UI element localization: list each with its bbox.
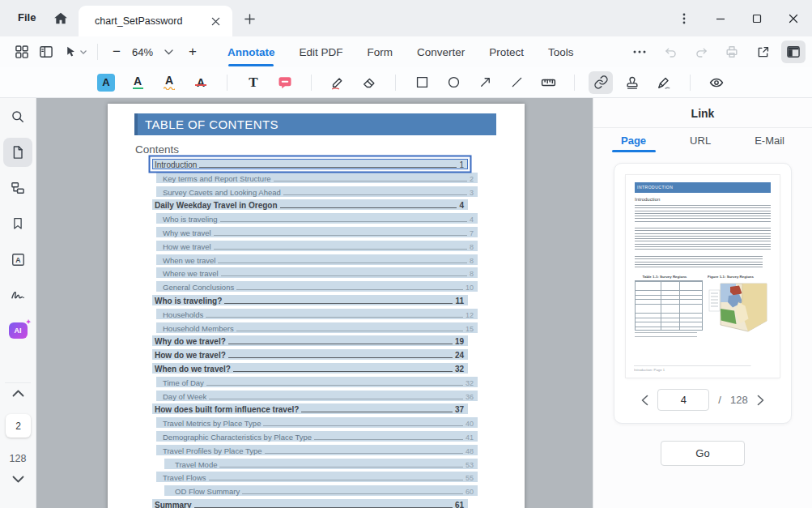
tab-protect[interactable]: Protect: [489, 36, 524, 67]
sidebar-item-bookmarks[interactable]: [3, 209, 32, 238]
tab-close-button[interactable]: [206, 12, 224, 30]
link-tool[interactable]: [589, 71, 613, 94]
toc-entry[interactable]: Travel Metrics by Place Type40: [156, 417, 478, 428]
link-tab-page[interactable]: Page: [621, 134, 646, 152]
toc-entry[interactable]: Key terms and Report Structure2: [156, 173, 478, 183]
signature-tool[interactable]: [652, 71, 676, 94]
textbox-tool[interactable]: T: [241, 71, 266, 94]
toc-entry[interactable]: How does built form influence travel?37: [152, 403, 468, 414]
bookmark-icon: [11, 216, 25, 231]
more-menu-button[interactable]: [672, 6, 696, 31]
toc-entry[interactable]: Daily Weekday Travel in Oregon4: [152, 199, 468, 210]
tab-converter[interactable]: Converter: [417, 36, 465, 67]
toc-entry[interactable]: Why do we travel?19: [152, 335, 468, 346]
zoom-in-button[interactable]: +: [181, 41, 205, 63]
target-page-input[interactable]: [657, 389, 709, 411]
arrow-tool[interactable]: [473, 71, 497, 94]
sidebar-item-search[interactable]: [3, 102, 32, 131]
rectangle-tool[interactable]: [410, 71, 434, 94]
add-tab-button[interactable]: [240, 9, 259, 28]
sidebar-item-signatures[interactable]: [3, 280, 32, 309]
toc-entry[interactable]: When we travel8: [156, 254, 478, 265]
toc-entry[interactable]: General Conclusions10: [156, 281, 478, 292]
toc-entry[interactable]: Day of Week36: [156, 391, 478, 401]
zoom-out-button[interactable]: −: [104, 41, 129, 63]
file-menu[interactable]: File: [13, 10, 40, 25]
toc-entry[interactable]: Travel Mode53: [164, 459, 478, 469]
sidebar-item-pages[interactable]: [3, 138, 32, 167]
toc-entry[interactable]: Time of Day32: [156, 377, 478, 387]
document-tab[interactable]: chart_SetPassword: [79, 6, 232, 36]
ellipse-tool[interactable]: [441, 71, 466, 94]
toc-entry[interactable]: Summary61: [152, 499, 468, 508]
pdf-page: TABLE OF CONTENTS Contents Introduction1…: [108, 104, 525, 508]
prev-page-icon[interactable]: [641, 395, 648, 406]
toc-entry[interactable]: Travel Profiles by Place Type48: [156, 445, 478, 455]
highlight-tool[interactable]: A: [94, 71, 118, 94]
redo-button[interactable]: [689, 41, 713, 63]
preview-paragraph: [635, 256, 763, 270]
toc-entry[interactable]: Why we travel7: [156, 227, 478, 237]
link-tab-url[interactable]: URL: [690, 134, 711, 152]
toc-entry[interactable]: Survey Cavets and Looking Ahead3: [156, 186, 478, 197]
toc-entry[interactable]: Travel Flows55: [156, 472, 478, 482]
toc-entry[interactable]: How we travel8: [156, 241, 478, 251]
link-panel-title: Link: [593, 98, 812, 128]
line-tool[interactable]: [504, 71, 529, 94]
tab-edit-pdf[interactable]: Edit PDF: [300, 36, 343, 67]
toc-entry[interactable]: Household Members15: [156, 322, 478, 333]
tab-annotate[interactable]: Annotate: [227, 36, 275, 67]
toc-entry[interactable]: When do we travel?32: [152, 363, 468, 374]
zoom-level[interactable]: 64%: [129, 46, 156, 58]
export-button[interactable]: [750, 41, 775, 63]
select-tool-button[interactable]: [58, 41, 91, 63]
sidebar-item-outline[interactable]: [3, 173, 32, 203]
more-tools-button[interactable]: [627, 41, 652, 63]
thumbnail-grid-icon: [14, 44, 30, 60]
eraser-tool[interactable]: [357, 71, 381, 94]
toc-entry-selected[interactable]: Introduction1: [152, 159, 468, 169]
toc-entry-label: Travel Profiles by Place Type: [163, 446, 262, 455]
tab-form[interactable]: Form: [368, 36, 393, 67]
toc-entry[interactable]: Who is traveling4: [156, 213, 478, 224]
preview-table: [635, 280, 703, 339]
toc-entry[interactable]: How do we travel?24: [152, 349, 468, 360]
undo-button[interactable]: [658, 41, 682, 63]
sidebar-item-ai[interactable]: AI: [3, 316, 32, 345]
stamp-tool[interactable]: [620, 71, 644, 94]
toc-entry-page: 37: [455, 405, 464, 414]
current-page-input[interactable]: 2: [6, 414, 31, 438]
tab-tools[interactable]: Tools: [548, 36, 574, 67]
visibility-tool[interactable]: [704, 71, 729, 94]
panel-toggle-button[interactable]: [781, 41, 806, 63]
measure-tool[interactable]: [536, 71, 560, 94]
panel-layout-button[interactable]: [34, 41, 58, 63]
squiggly-underline-tool[interactable]: A: [157, 71, 181, 94]
zoom-dropdown-button[interactable]: [156, 41, 181, 63]
home-button[interactable]: [50, 8, 71, 29]
toc-entry[interactable]: Who is traveling?11: [152, 295, 468, 305]
document-viewer[interactable]: TABLE OF CONTENTS Contents Introduction1…: [36, 98, 593, 508]
minimize-button[interactable]: [708, 6, 733, 31]
next-page-icon[interactable]: [757, 395, 764, 406]
sidebar-item-annotations[interactable]: A: [3, 245, 32, 274]
maximize-button[interactable]: [745, 6, 769, 31]
strikethrough-tool[interactable]: A: [189, 71, 213, 94]
eraser-icon: [361, 75, 377, 91]
pencil-tool[interactable]: [325, 71, 350, 94]
close-window-button[interactable]: [781, 6, 806, 31]
next-page-button[interactable]: [0, 476, 36, 483]
toc-entry[interactable]: Households12: [156, 309, 478, 319]
link-tab-e-mail[interactable]: E-Mail: [755, 134, 784, 152]
toc-entry-label: Summary: [155, 501, 192, 508]
toc-entry[interactable]: Where we travel8: [156, 267, 478, 278]
toc-entry[interactable]: Demographic Characteristics by Place Typ…: [156, 431, 478, 442]
go-button[interactable]: Go: [661, 441, 745, 466]
comment-tool[interactable]: [273, 71, 297, 94]
underline-tool[interactable]: A: [125, 71, 150, 94]
toc-leader: [209, 399, 463, 399]
thumbnail-grid-button[interactable]: [10, 41, 34, 63]
previous-page-button[interactable]: [0, 390, 36, 397]
toc-entry[interactable]: OD Flow Summary60: [164, 485, 478, 496]
print-button[interactable]: [720, 41, 744, 63]
